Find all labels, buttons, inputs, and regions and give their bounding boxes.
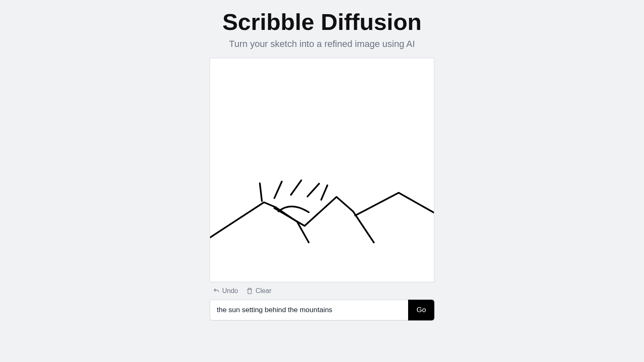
undo-icon [213, 288, 220, 294]
page-subtitle: Turn your sketch into a refined image us… [229, 39, 415, 49]
undo-button[interactable]: Undo [213, 287, 238, 295]
drawing-canvas[interactable] [210, 58, 434, 282]
trash-icon [246, 288, 253, 294]
prompt-input[interactable] [210, 300, 408, 320]
page-title: Scribble Diffusion [222, 8, 421, 35]
clear-button[interactable]: Clear [246, 287, 271, 295]
clear-label: Clear [255, 287, 271, 295]
undo-label: Undo [222, 287, 238, 295]
prompt-row: Go [210, 300, 434, 320]
canvas-controls: Undo Clear [210, 282, 434, 300]
sketch-drawing [210, 58, 434, 282]
go-button[interactable]: Go [408, 300, 434, 320]
